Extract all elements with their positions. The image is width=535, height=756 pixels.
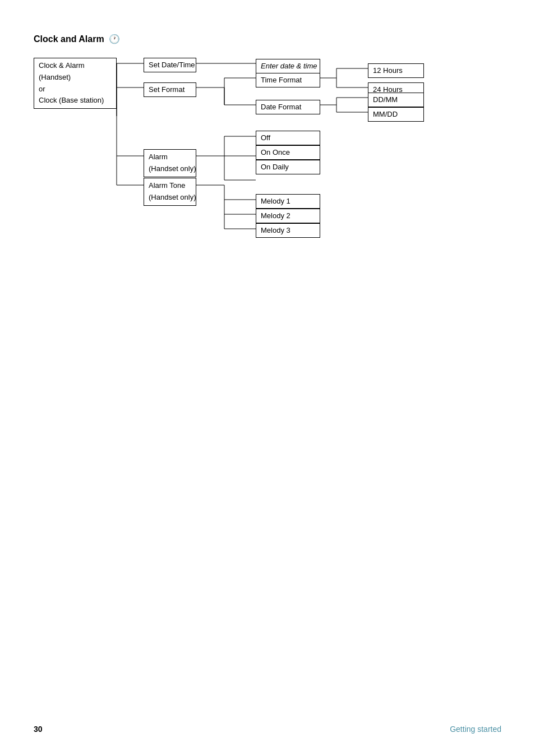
col4-mmdd: MM/DD [368, 107, 424, 122]
col4-12hours: 12 Hours [368, 63, 424, 78]
menu-diagram: Clock & Alarm (Handset) or Clock (Base s… [34, 58, 482, 248]
col3-enter-datetime: Enter date & time [256, 59, 320, 73]
alarm-box: Alarm (Handset only) [144, 149, 196, 177]
melody1-box: Melody 1 [256, 194, 320, 209]
melody3-box: Melody 3 [256, 223, 320, 238]
col1-item-clock-alarm: Clock & Alarm [39, 60, 112, 72]
alarm-label: Alarm [149, 151, 191, 163]
col2-alarm: Alarm (Handset only) [144, 149, 196, 177]
on-daily-box: On Daily [256, 160, 320, 174]
col3-off: Off [256, 131, 320, 145]
col4-ddmm: DD/MM [368, 93, 424, 107]
alarm-tone-handset: (Handset only) [149, 192, 191, 204]
col1-item-handset: (Handset) [39, 72, 112, 84]
page-number: 30 [34, 725, 43, 734]
col1-group: Clock & Alarm (Handset) or Clock (Base s… [34, 58, 117, 109]
ddmm-box: DD/MM [368, 93, 424, 107]
page-container: Clock and Alarm 🕐 [0, 0, 535, 756]
date-format-box: Date Format [256, 100, 320, 114]
12hours-box: 12 Hours [368, 63, 424, 78]
alarm-tone-box: Alarm Tone (Handset only) [144, 178, 196, 206]
col2-set-format: Set Format [144, 82, 196, 97]
col1-item-clock-base: Clock (Base station) [39, 95, 112, 107]
on-once-box: On Once [256, 145, 320, 160]
col3-melody2: Melody 2 [256, 209, 320, 223]
col3-melody3: Melody 3 [256, 223, 320, 238]
col3-date-format: Date Format [256, 100, 320, 114]
alarm-icon: 🕐 [109, 34, 120, 44]
set-format-box: Set Format [144, 82, 196, 97]
col1-item-or: or [39, 84, 112, 95]
col3-melody1: Melody 1 [256, 194, 320, 209]
page-footer: 30 Getting started [34, 725, 501, 734]
col3-time-format: Time Format [256, 73, 320, 87]
time-format-box: Time Format [256, 73, 320, 87]
melody2-box: Melody 2 [256, 209, 320, 223]
mmdd-box: MM/DD [368, 107, 424, 122]
enter-datetime-box: Enter date & time [256, 59, 320, 73]
col3-on-once: On Once [256, 145, 320, 160]
col3-on-daily: On Daily [256, 160, 320, 174]
alarm-handset: (Handset only) [149, 163, 191, 175]
col1-box: Clock & Alarm (Handset) or Clock (Base s… [34, 58, 117, 109]
off-box: Off [256, 131, 320, 145]
col2-set-datetime: Set Date/Time [144, 58, 196, 72]
title-text: Clock and Alarm [34, 34, 104, 44]
col2-alarm-tone: Alarm Tone (Handset only) [144, 178, 196, 206]
set-datetime-box: Set Date/Time [144, 58, 196, 72]
page-title: Clock and Alarm 🕐 [34, 34, 501, 44]
footer-section: Getting started [450, 725, 501, 734]
alarm-tone-label: Alarm Tone [149, 180, 191, 192]
